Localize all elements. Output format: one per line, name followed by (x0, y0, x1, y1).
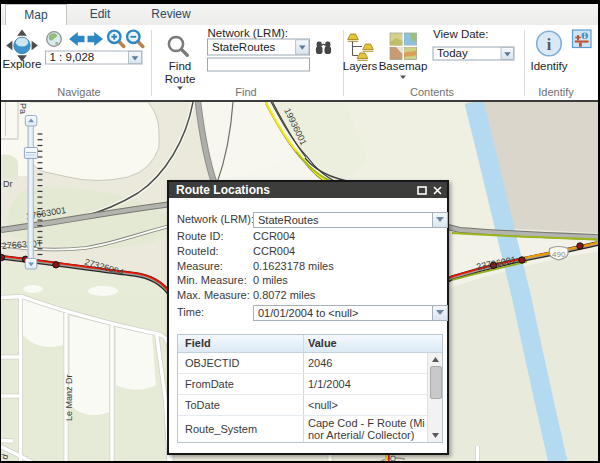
svg-text:Le Manz Dr: Le Manz Dr (64, 374, 74, 421)
svg-text:Identify: Identify (530, 60, 567, 72)
svg-text:Route: Route (165, 73, 196, 85)
svg-text:Dr: Dr (3, 179, 13, 189)
svg-text:StateRoutes: StateRoutes (212, 41, 276, 53)
svg-text:Explore: Explore (3, 58, 42, 70)
svg-text:i: i (547, 36, 552, 53)
svg-text:Layers: Layers (343, 60, 378, 72)
svg-text:Network (LRM):: Network (LRM): (208, 27, 289, 39)
svg-text:490: 490 (552, 250, 566, 259)
svg-text:Pa: Pa (18, 103, 28, 114)
svg-text:View Date:: View Date: (433, 28, 488, 40)
svg-text:Find: Find (169, 60, 191, 72)
svg-text:Basemap: Basemap (379, 60, 428, 72)
svg-text:1 : 9,028: 1 : 9,028 (50, 51, 95, 63)
svg-text:Today: Today (437, 47, 468, 59)
